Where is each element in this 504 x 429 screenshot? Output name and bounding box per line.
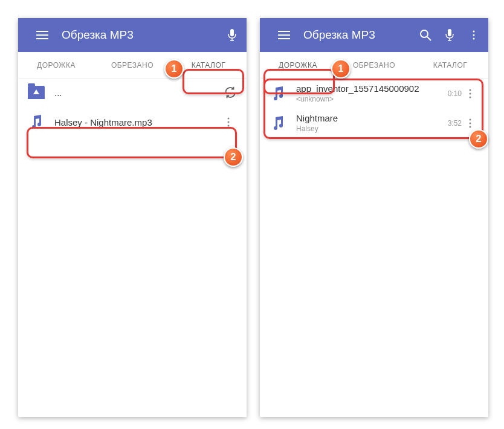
app-title: Обрезка MP3 (303, 28, 409, 42)
mic-icon[interactable] (225, 28, 239, 42)
tab-track[interactable]: ДОРОЖКА (18, 52, 94, 78)
track-title: app_inventor_1557145000902 (296, 83, 448, 94)
svg-rect-12 (448, 29, 451, 36)
badge-2: 2 (224, 147, 243, 167)
track-info: Halsey - Nightmare.mp3 (54, 117, 227, 127)
track-title: Halsey - Nightmare.mp3 (54, 117, 227, 127)
tab-cut[interactable]: ОБРЕЗАНО (94, 52, 170, 78)
tab-track[interactable]: ДОРОЖКА (260, 52, 336, 78)
track-title: Nightmare (296, 113, 448, 123)
track-artist: <unknown> (296, 95, 448, 103)
svg-point-6 (228, 125, 230, 127)
track-duration: 3:52 (448, 119, 462, 127)
svg-line-11 (427, 37, 431, 40)
mic-icon[interactable] (442, 28, 457, 42)
svg-point-17 (470, 92, 471, 94)
more-icon[interactable] (469, 118, 479, 128)
refresh-icon[interactable] (224, 86, 237, 99)
svg-point-10 (421, 30, 428, 37)
svg-point-5 (228, 121, 230, 123)
svg-point-20 (470, 122, 471, 124)
svg-point-15 (473, 38, 475, 40)
svg-rect-9 (278, 38, 290, 39)
svg-rect-3 (230, 29, 234, 36)
svg-point-19 (470, 118, 471, 120)
svg-point-4 (228, 118, 230, 120)
track-row[interactable]: Halsey - Nightmare.mp3 (18, 106, 247, 138)
menu-icon[interactable] (277, 28, 291, 42)
more-icon[interactable] (469, 89, 479, 98)
music-note-icon (270, 115, 286, 132)
menu-icon[interactable] (35, 28, 50, 42)
folder-up-icon (28, 86, 45, 99)
appbar: Обрезка MP3 (260, 18, 488, 52)
svg-rect-2 (36, 38, 48, 39)
music-note-icon (28, 114, 45, 131)
svg-point-14 (473, 34, 475, 36)
track-info: Nightmare Halsey (296, 113, 448, 133)
phone-screenshot-left: Обрезка MP3 ДОРОЖКА ОБРЕЗАНО КАТАЛОГ ...… (18, 18, 247, 417)
tab-cut[interactable]: ОБРЕЗАНО (336, 52, 412, 78)
more-icon[interactable] (467, 28, 481, 42)
svg-point-21 (470, 126, 471, 127)
track-row[interactable]: Nightmare Halsey 3:52 (260, 108, 488, 138)
svg-rect-7 (278, 31, 290, 32)
appbar: Обрезка MP3 (18, 18, 247, 52)
track-artist: Halsey (296, 124, 448, 133)
svg-rect-8 (278, 34, 290, 36)
folder-up-row[interactable]: ... (18, 79, 247, 106)
folder-up-label: ... (54, 88, 62, 98)
svg-rect-1 (36, 34, 48, 36)
tab-bar: ДОРОЖКА ОБРЕЗАНО КАТАЛОГ (18, 52, 247, 79)
phone-screenshot-right: Обрезка MP3 ДОРОЖКА ОБРЕЗАНО КАТАЛОГ app… (260, 18, 488, 417)
search-icon[interactable] (418, 28, 433, 42)
tab-catalog[interactable]: КАТАЛОГ (170, 52, 247, 78)
svg-point-18 (470, 96, 471, 98)
tab-catalog[interactable]: КАТАЛОГ (412, 52, 488, 78)
svg-point-16 (470, 89, 471, 91)
app-title: Обрезка MP3 (62, 28, 215, 42)
tab-bar: ДОРОЖКА ОБРЕЗАНО КАТАЛОГ (260, 52, 488, 79)
music-note-icon (270, 85, 286, 102)
more-icon[interactable] (227, 117, 237, 127)
svg-point-13 (473, 31, 475, 33)
svg-rect-0 (36, 31, 48, 32)
track-duration: 0:10 (448, 89, 462, 98)
track-row[interactable]: app_inventor_1557145000902 <unknown> 0:1… (260, 79, 488, 108)
track-info: app_inventor_1557145000902 <unknown> (296, 83, 448, 103)
